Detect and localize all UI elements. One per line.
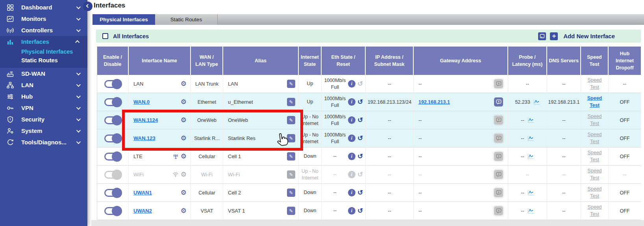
info-icon[interactable]: i: [348, 134, 355, 142]
enable-toggle[interactable]: [104, 153, 122, 161]
type-text: Cellular: [198, 154, 215, 159]
sidebar-item-sdwan[interactable]: SD-WAN: [0, 68, 87, 79]
toggle-knob: [112, 79, 122, 89]
reset-icon[interactable]: ↺: [357, 207, 363, 214]
speed-test-link[interactable]: Speed Test: [587, 131, 601, 145]
latency-chart-icon[interactable]: [527, 190, 534, 196]
enable-toggle[interactable]: [104, 189, 122, 197]
sidebar-item-security[interactable]: Security: [0, 114, 87, 125]
latency-chart-icon[interactable]: [527, 208, 534, 214]
sidebar-item-hub[interactable]: Hub: [0, 91, 87, 102]
probe-latency-cell: --: [508, 202, 547, 220]
interface-settings-gear-icon[interactable]: ⚙: [181, 135, 187, 142]
speed-test-link[interactable]: Speed Test: [587, 186, 601, 200]
interface-settings-gear-icon[interactable]: ⚙: [181, 117, 187, 123]
interface-name-link[interactable]: LTE: [133, 153, 142, 159]
enable-toggle[interactable]: [104, 80, 122, 88]
enable-toggle[interactable]: [104, 116, 122, 124]
ping-bubble-button[interactable]: [494, 79, 503, 88]
enable-toggle[interactable]: [104, 134, 122, 142]
alias-edit-button[interactable]: ✎: [287, 116, 295, 124]
dns-servers-cell: --: [547, 166, 581, 184]
sidebar-item-physical-interfaces[interactable]: Physical Interfaces: [0, 47, 87, 56]
reset-icon[interactable]: ↺: [357, 189, 363, 196]
reset-icon[interactable]: ↺: [357, 153, 363, 160]
ping-bubble-button[interactable]: [494, 206, 503, 215]
interface-settings-gear-icon[interactable]: ⚙: [181, 171, 187, 178]
reset-icon[interactable]: ↺: [357, 117, 363, 123]
sidebar-item-interfaces[interactable]: Interfaces: [0, 36, 87, 47]
alias-edit-button[interactable]: ✎: [287, 134, 295, 142]
info-icon[interactable]: i: [348, 171, 355, 178]
alias-edit-button[interactable]: ✎: [287, 207, 295, 215]
latency-chart-icon[interactable]: [527, 153, 534, 159]
info-icon[interactable]: i: [348, 80, 355, 88]
interface-settings-gear-icon[interactable]: ⚙: [181, 207, 187, 214]
interface-name-link[interactable]: UWAN2: [133, 208, 152, 214]
export-window-button[interactable]: [538, 32, 546, 40]
latency-chart-icon[interactable]: [527, 135, 534, 141]
tab-static-routes[interactable]: Static Routes: [155, 14, 218, 25]
alias-edit-button[interactable]: ✎: [287, 152, 295, 161]
info-icon[interactable]: i: [348, 153, 355, 160]
interface-name-link[interactable]: WAN.0: [133, 99, 150, 105]
enable-toggle[interactable]: [104, 207, 122, 215]
latency-chart-icon[interactable]: [533, 99, 540, 105]
alias-edit-button[interactable]: ✎: [287, 170, 295, 179]
ping-bubble-button[interactable]: [494, 152, 503, 161]
add-new-interface-button[interactable]: [550, 32, 558, 40]
dns-servers-text: --: [562, 208, 565, 214]
speed-test-link[interactable]: Speed Test: [587, 77, 601, 91]
sidebar-item-dashboard[interactable]: Dashboard: [0, 2, 87, 13]
sidebar-item-tools-diagnostics[interactable]: Tools/Diagnos...: [0, 136, 87, 148]
info-icon[interactable]: i: [348, 116, 355, 124]
latency-chart-icon[interactable]: [527, 117, 534, 123]
all-interfaces-checkbox[interactable]: [102, 33, 108, 39]
add-new-interface-label[interactable]: Add New Interface: [563, 33, 615, 39]
reset-icon[interactable]: ↺: [357, 135, 363, 142]
info-icon[interactable]: i: [348, 98, 355, 106]
ping-bubble-button[interactable]: [494, 170, 503, 179]
interface-settings-gear-icon[interactable]: ⚙: [181, 153, 187, 160]
speed-test-link[interactable]: Speed Test: [587, 113, 601, 127]
ping-bubble-button[interactable]: [494, 134, 503, 143]
tab-physical-interfaces[interactable]: Physical Interfaces: [93, 14, 155, 25]
sidebar-item-monitors[interactable]: Monitors: [0, 13, 87, 24]
sidebar-item-vpn[interactable]: VPN: [0, 102, 87, 114]
interface-name-link[interactable]: WAN.1124: [133, 117, 158, 123]
alias-edit-button[interactable]: ✎: [287, 80, 295, 88]
enable-toggle[interactable]: [104, 171, 122, 179]
speed-test-link[interactable]: Speed Test: [587, 95, 602, 109]
alias-edit-button[interactable]: ✎: [287, 189, 295, 197]
info-icon[interactable]: i: [348, 207, 355, 215]
enable-toggle[interactable]: [104, 98, 122, 106]
speed-test-link[interactable]: Speed Test: [587, 204, 601, 218]
sidebar-item-controllers[interactable]: Controllers: [0, 24, 87, 36]
ip-subnet-text: --: [388, 172, 391, 177]
interface-name-link[interactable]: UWAN1: [133, 190, 152, 196]
speed-test-link[interactable]: Speed Test: [587, 149, 601, 163]
type-text: Cellular: [198, 190, 215, 196]
ip-subnet-text: --: [388, 190, 391, 196]
interface-settings-gear-icon[interactable]: ⚙: [181, 80, 187, 87]
sidebar-item-system[interactable]: System: [0, 125, 87, 136]
info-icon[interactable]: i: [348, 189, 355, 196]
reset-icon[interactable]: ↺: [357, 80, 363, 87]
alias-cell: Cell 2 ✎: [223, 184, 299, 202]
ping-bubble-button[interactable]: [494, 116, 503, 125]
interface-settings-gear-icon[interactable]: ⚙: [181, 189, 187, 196]
reset-icon[interactable]: ↺: [357, 99, 363, 105]
interface-name-link[interactable]: WiFi: [133, 172, 144, 177]
interface-name-link[interactable]: LAN: [133, 81, 143, 87]
interface-name-link[interactable]: WAN.123: [133, 135, 155, 141]
interface-settings-gear-icon[interactable]: ⚙: [181, 99, 187, 105]
ping-bubble-button[interactable]: [494, 188, 503, 197]
ping-bubble-button[interactable]: [494, 97, 503, 106]
alias-edit-button[interactable]: ✎: [287, 98, 295, 106]
sidebar-item-lan[interactable]: LAN: [0, 79, 87, 91]
chevron-down-icon: [76, 139, 81, 144]
speed-test-link[interactable]: Speed Test: [587, 168, 601, 181]
sidebar-item-static-routes[interactable]: Static Routes: [0, 56, 87, 65]
collapse-sidebar-button[interactable]: [83, 2, 93, 11]
reset-icon[interactable]: ↺: [357, 171, 363, 178]
